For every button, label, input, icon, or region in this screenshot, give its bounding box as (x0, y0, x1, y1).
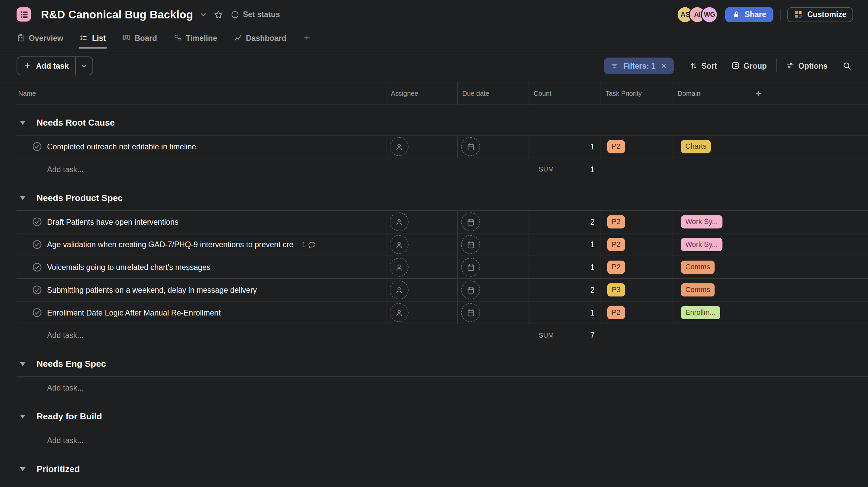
section-title[interactable]: Ready for Build (36, 412, 102, 422)
add-task-inline[interactable]: Add task... (17, 158, 386, 180)
priority-badge[interactable]: P3 (607, 283, 625, 297)
assignee-placeholder[interactable] (390, 280, 408, 299)
table-row[interactable]: Voicemails going to unrelated chart's me… (17, 256, 868, 279)
due-date-placeholder[interactable] (461, 258, 480, 277)
assignee-cell[interactable] (386, 256, 457, 278)
task-name-cell[interactable]: Submitting patients on a weekend, delay … (17, 279, 386, 301)
column-header-task-priority[interactable]: Task Priority (600, 83, 673, 104)
table-row[interactable]: Submitting patients on a weekend, delay … (17, 279, 868, 302)
avatar[interactable]: WG (701, 6, 718, 23)
complete-task-icon[interactable] (32, 217, 42, 227)
due-date-placeholder[interactable] (461, 137, 480, 156)
domain-cell[interactable]: Charts (673, 136, 746, 158)
section-collapse-toggle[interactable] (17, 362, 32, 366)
add-task-button[interactable]: Add task (17, 57, 75, 74)
domain-cell[interactable]: Enrollm... (673, 301, 746, 324)
priority-badge[interactable]: P2 (607, 261, 625, 274)
due-date-placeholder[interactable] (461, 280, 480, 299)
domain-cell[interactable]: Work Sy... (673, 233, 746, 256)
column-header-domain[interactable]: Domain (673, 83, 746, 104)
task-name[interactable]: Submitting patients on a weekend, delay … (47, 285, 257, 294)
add-task-caret-button[interactable] (75, 57, 93, 74)
complete-task-icon[interactable] (32, 142, 42, 152)
domain-badge[interactable]: Enrollm... (681, 306, 720, 319)
table-row[interactable]: Age validation when creating GAD-7/PHQ-9… (17, 233, 868, 256)
column-header-name[interactable]: Name (17, 83, 386, 104)
task-priority-cell[interactable]: P2 (600, 136, 673, 158)
domain-badge[interactable]: Work Sy... (681, 238, 722, 251)
add-task-inline[interactable]: Add task... (17, 324, 386, 346)
task-priority-cell[interactable]: P2 (600, 301, 673, 324)
section-collapse-toggle[interactable] (17, 121, 32, 125)
section-collapse-toggle[interactable] (17, 414, 32, 419)
section-title[interactable]: Needs Product Spec (36, 193, 123, 203)
assignee-placeholder[interactable] (390, 258, 408, 277)
section-collapse-toggle[interactable] (17, 196, 32, 200)
tab-timeline[interactable]: Timeline (174, 29, 217, 47)
project-icon[interactable] (17, 7, 31, 22)
task-priority-cell[interactable]: P2 (600, 211, 673, 233)
table-row[interactable]: Completed outreach not editable in timel… (17, 136, 868, 158)
add-task-inline[interactable]: Add task... (17, 377, 386, 399)
assignee-cell[interactable] (386, 279, 457, 301)
task-name-cell[interactable]: Voicemails going to unrelated chart's me… (17, 256, 386, 278)
complete-task-icon[interactable] (32, 239, 42, 250)
due-date-placeholder[interactable] (461, 303, 480, 322)
task-name-cell[interactable]: Enrollment Date Logic After Manual Re-En… (17, 301, 386, 324)
complete-task-icon[interactable] (32, 307, 42, 318)
due-date-cell[interactable] (457, 211, 528, 233)
domain-badge[interactable]: Charts (681, 140, 711, 153)
assignee-placeholder[interactable] (390, 213, 408, 231)
due-date-cell[interactable] (457, 301, 528, 324)
complete-task-icon[interactable] (32, 262, 42, 272)
due-date-cell[interactable] (457, 233, 528, 256)
domain-cell[interactable]: Comms (673, 279, 746, 301)
set-status-button[interactable]: Set status (230, 10, 280, 19)
domain-badge[interactable]: Comms (681, 261, 714, 274)
assignee-cell[interactable] (386, 211, 457, 233)
assignee-placeholder[interactable] (390, 235, 408, 254)
chevron-down-icon[interactable] (200, 11, 207, 18)
task-name-cell[interactable]: Age validation when creating GAD-7/PHQ-9… (17, 233, 386, 256)
close-icon[interactable] (660, 62, 667, 69)
due-date-placeholder[interactable] (461, 213, 480, 231)
task-name[interactable]: Draft Patients have open interventions (47, 217, 178, 226)
add-task-inline[interactable]: Add task... (17, 429, 386, 452)
table-row[interactable]: Draft Patients have open interventions2P… (17, 211, 868, 233)
assignee-cell[interactable] (386, 233, 457, 256)
add-view-tab-button[interactable] (303, 29, 311, 47)
due-date-placeholder[interactable] (461, 235, 480, 254)
task-name-cell[interactable]: Completed outreach not editable in timel… (17, 136, 386, 158)
table-row[interactable]: Enrollment Date Logic After Manual Re-En… (17, 301, 868, 324)
due-date-cell[interactable] (457, 279, 528, 301)
assignee-cell[interactable] (386, 136, 457, 158)
task-priority-cell[interactable]: P2 (600, 256, 673, 278)
tab-board[interactable]: Board (122, 29, 157, 47)
page-title[interactable]: R&D Canonical Bug Backlog (41, 8, 193, 21)
task-name[interactable]: Age validation when creating GAD-7/PHQ-9… (47, 240, 293, 249)
options-button[interactable]: Options (779, 61, 835, 70)
share-button[interactable]: Share (725, 7, 774, 22)
tab-overview[interactable]: Overview (17, 29, 63, 47)
domain-cell[interactable]: Work Sy... (673, 211, 746, 233)
section-collapse-toggle[interactable] (17, 467, 32, 471)
star-icon[interactable] (214, 10, 223, 19)
domain-badge[interactable]: Comms (681, 283, 714, 297)
tab-dashboard[interactable]: Dashboard (234, 29, 286, 47)
task-name[interactable]: Completed outreach not editable in timel… (47, 142, 196, 151)
add-column-button[interactable] (746, 83, 868, 104)
column-header-assignee[interactable]: Assignee (386, 83, 457, 104)
assignee-placeholder[interactable] (390, 303, 408, 322)
tab-list[interactable]: List (80, 29, 105, 47)
sort-button[interactable]: Sort (683, 61, 724, 70)
task-name-cell[interactable]: Draft Patients have open interventions (17, 211, 386, 233)
complete-task-icon[interactable] (32, 285, 42, 295)
priority-badge[interactable]: P2 (607, 215, 625, 229)
due-date-cell[interactable] (457, 136, 528, 158)
priority-badge[interactable]: P2 (607, 306, 625, 319)
search-icon[interactable] (842, 61, 851, 70)
section-title[interactable]: Prioritized (36, 464, 80, 474)
task-name[interactable]: Voicemails going to unrelated chart's me… (47, 263, 211, 272)
assignee-cell[interactable] (386, 301, 457, 324)
group-button[interactable]: Group (724, 61, 774, 70)
